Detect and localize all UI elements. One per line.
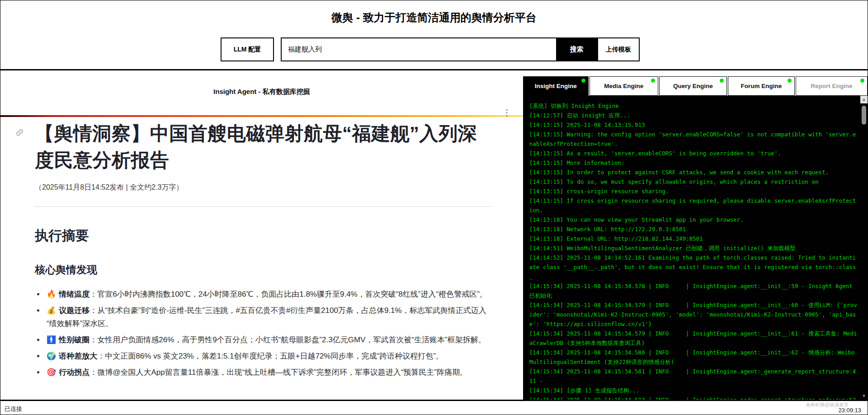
finding-item: 🔥情绪温度：官宣6小时内沸腾指数100℃，24小时降至86℃，负面占比由1.8%… bbox=[45, 288, 491, 301]
status-dot bbox=[788, 79, 792, 83]
insight-report-panel: Insight Agent - 私有数据库挖掘 ⋮ 【舆情洞察】中国首艘电磁弹射… bbox=[0, 70, 523, 400]
finding-item: 🚹性别破圈：女性用户负面情感26%，高于男性9个百分点；小红书“航母眼影盘”2.… bbox=[45, 333, 491, 346]
finding-item: 💰议题迁移：从“技术自豪”到“造价-运维-民生”三连跳，#五百亿贵不贵#衍生声量… bbox=[45, 304, 491, 330]
search-input[interactable] bbox=[282, 38, 556, 61]
subsection-core-findings: 核心舆情发现 bbox=[35, 263, 491, 277]
connection-status: 已连接 bbox=[5, 405, 22, 413]
tab-media-engine[interactable]: Media Engine bbox=[590, 76, 658, 96]
search-row: LLM 配置 搜索 上传模板 bbox=[221, 37, 640, 61]
llm-config-button[interactable]: LLM 配置 bbox=[221, 37, 274, 61]
app-title: 微舆 - 致力于打造简洁通用的舆情分析平台 bbox=[0, 10, 868, 25]
app-window: 微舆 - 致力于打造简洁通用的舆情分析平台 LLM 配置 搜索 上传模板 Ins… bbox=[0, 0, 868, 415]
findings-list: 🔥情绪温度：官宣6小时内沸腾指数100℃，24小时降至86℃，负面占比由1.8%… bbox=[35, 288, 491, 379]
tab-label: Forum Engine bbox=[741, 83, 782, 89]
terminal-log: [系统] 切换到 Insight Engine [14:12:57] 启动 in… bbox=[529, 101, 858, 400]
finding-label: 行动拐点 bbox=[59, 368, 90, 377]
clock-text: 23:09:13 bbox=[838, 407, 861, 414]
finding-text: ：从“技术自豪”到“造价-运维-民生”三连跳，#五百亿贵不贵#衍生声量2100万… bbox=[47, 306, 486, 328]
status-dot bbox=[651, 79, 655, 83]
report-content: 【舆情洞察】中国首艘电磁弹射航母“福建舰”入列深度民意分析报告 （2025年11… bbox=[0, 117, 523, 400]
main-area: Insight Agent - 私有数据库挖掘 ⋮ 【舆情洞察】中国首艘电磁弹射… bbox=[0, 70, 868, 400]
status-bar: 已连接 各种折腾@杨浦发芽 23:09:13 bbox=[0, 400, 868, 415]
tab-forum-engine[interactable]: Forum Engine bbox=[728, 76, 795, 96]
status-dot bbox=[581, 79, 585, 83]
finding-label: 语种差放大 bbox=[59, 352, 97, 360]
tab-label: Report Engine bbox=[811, 83, 852, 89]
scroll-up-icon[interactable]: ▲ bbox=[860, 96, 868, 103]
engine-tabs: Insight Engine Media Engine Query Engine… bbox=[523, 70, 868, 96]
report-title: 【舆情洞察】中国首艘电磁弹射航母“福建舰”入列深度民意分析报告 bbox=[35, 120, 491, 173]
link-icon[interactable] bbox=[16, 129, 24, 138]
finding-item: 🌍语种差放大：中文正面86% vs 英文23%，落差1:5.1创年度纪录；五眼+… bbox=[45, 350, 491, 363]
log-terminal: [系统] 切换到 Insight Engine [14:12:57] 启动 in… bbox=[523, 96, 868, 400]
finding-text: ：微博@全国人大App留言量11倍暴涨，出现“线上吐槽—线下诉求”完整闭环，军事… bbox=[90, 368, 467, 377]
tab-label: Insight Engine bbox=[535, 83, 577, 89]
finding-label: 议题迁移 bbox=[59, 306, 90, 315]
mens-symbol-icon: 🚹 bbox=[47, 336, 56, 344]
money-bag-icon: 💰 bbox=[47, 306, 56, 315]
section-exec-summary: 执行摘要 bbox=[35, 227, 491, 245]
fire-icon: 🔥 bbox=[47, 290, 56, 298]
target-icon: 🎯 bbox=[47, 368, 56, 377]
status-dot bbox=[720, 79, 724, 83]
terminal-scrollbar[interactable]: ▲ ▼ bbox=[860, 96, 868, 400]
panel-title: Insight Agent - 私有数据库挖掘 bbox=[0, 88, 523, 96]
finding-label: 性别破圈 bbox=[59, 336, 90, 344]
tab-report-engine[interactable]: Report Engine bbox=[796, 76, 868, 96]
finding-text: ：女性用户负面情感26%，高于男性9个百分点；小红书“航母眼影盘”2.3亿元GM… bbox=[90, 336, 486, 344]
scrollbar-thumb[interactable] bbox=[862, 106, 866, 125]
globe-icon: 🌍 bbox=[47, 352, 56, 360]
engine-console-panel: Insight Engine Media Engine Query Engine… bbox=[523, 70, 868, 400]
finding-text: ：中文正面86% vs 英文23%，落差1:5.1创年度纪录；五眼+日越72%同… bbox=[97, 352, 443, 360]
search-group: 搜索 上传模板 bbox=[281, 37, 640, 61]
finding-label: 情绪温度 bbox=[59, 290, 90, 298]
search-button[interactable]: 搜索 bbox=[556, 38, 597, 61]
app-header: 微舆 - 致力于打造简洁通用的舆情分析平台 LLM 配置 搜索 上传模板 bbox=[0, 0, 868, 70]
upload-template-button[interactable]: 上传模板 bbox=[597, 38, 639, 61]
kebab-menu-icon[interactable]: ⋮ bbox=[503, 108, 511, 117]
tab-insight-engine[interactable]: Insight Engine bbox=[523, 76, 589, 96]
status-dot bbox=[860, 79, 864, 83]
report-meta: （2025年11月8日14:52发布 | 全文约2.3万字） bbox=[35, 183, 491, 192]
finding-item: 🎯行动拐点：微博@全国人大App留言量11倍暴涨，出现“线上吐槽—线下诉求”完整… bbox=[45, 366, 491, 379]
tab-query-engine[interactable]: Query Engine bbox=[659, 76, 727, 96]
divider bbox=[35, 206, 491, 207]
finding-text: ：官宣6小时内沸腾指数100℃，24小时降至86℃，负面占比由1.8%骤升至9.… bbox=[90, 290, 487, 298]
tab-label: Query Engine bbox=[673, 83, 713, 89]
tab-label: Media Engine bbox=[604, 83, 643, 89]
scroll-down-icon[interactable]: ▼ bbox=[861, 393, 867, 398]
